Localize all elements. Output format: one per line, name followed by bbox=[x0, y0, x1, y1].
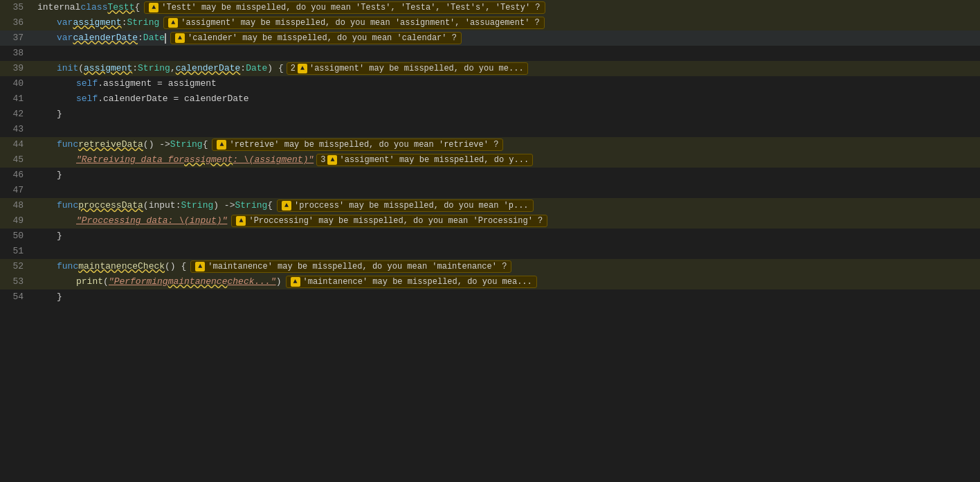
line-content: } bbox=[35, 289, 980, 305]
token-identifier: calenderDate bbox=[73, 30, 138, 46]
token-plain: ( bbox=[103, 274, 109, 289]
code-line: 45"Retreiving data for assigment: \(assi… bbox=[0, 152, 980, 168]
line-content: init(assigment: String, calenderDate: Da… bbox=[35, 61, 980, 76]
token-func: proccessData bbox=[78, 198, 143, 213]
token-plain: ) { bbox=[267, 61, 283, 76]
warning-text: 'assigment' may be misspelled, do y... bbox=[339, 152, 529, 168]
line-number: 53 bbox=[0, 274, 35, 289]
warning-badge: ▲'proccess' may be misspelled, do you me… bbox=[277, 199, 533, 212]
count-warning-badge: 3▲'assigment' may be misspelled, do y... bbox=[316, 154, 533, 166]
warning-text: 'Testt' may be misspelled, do you mean '… bbox=[161, 0, 540, 15]
line-number: 35 bbox=[0, 0, 35, 15]
warning-text: 'retreive' may be misspelled, do you mea… bbox=[229, 137, 498, 152]
warning-icon: ▲ bbox=[298, 64, 307, 73]
line-content: } bbox=[35, 107, 980, 122]
token-string: "Proccessing data: \(input)" bbox=[76, 213, 227, 229]
warning-icon: ▲ bbox=[291, 277, 300, 287]
token-plain: } bbox=[57, 289, 62, 305]
line-number: 46 bbox=[0, 168, 35, 183]
code-line: 51 bbox=[0, 244, 980, 259]
token-plain: { bbox=[203, 137, 208, 152]
token-string: "Performing bbox=[109, 274, 168, 289]
token-type: String bbox=[235, 198, 267, 213]
token-string: "Retreiving data for bbox=[76, 152, 184, 168]
code-line: 47 bbox=[0, 183, 980, 198]
line-number: 38 bbox=[0, 46, 35, 61]
line-number: 42 bbox=[0, 107, 35, 122]
warning-badge: ▲'retreive' may be misspelled, do you me… bbox=[212, 139, 503, 151]
code-line: 39init(assigment: String, calenderDate: … bbox=[0, 61, 980, 76]
warning-icon: ▲ bbox=[168, 18, 178, 28]
token-keyword-blue: func bbox=[57, 198, 78, 213]
line-number: 44 bbox=[0, 137, 35, 152]
token-identifier: calenderDate bbox=[176, 61, 241, 76]
line-content: var calenderDate: Date▲'calender' may be… bbox=[35, 30, 980, 46]
code-line: 41self.calenderDate = calenderDate bbox=[0, 91, 980, 107]
token-plain: ) bbox=[276, 274, 282, 289]
warning-badge: ▲'assigment' may be misspelled, do you m… bbox=[163, 17, 544, 29]
token-identifier: assigment bbox=[73, 15, 121, 30]
token-keyword-blue: var bbox=[57, 30, 73, 46]
warning-icon: ▲ bbox=[282, 201, 291, 211]
line-number: 36 bbox=[0, 15, 35, 30]
code-line: 46} bbox=[0, 168, 980, 183]
line-number: 47 bbox=[0, 183, 35, 198]
code-line: 38 bbox=[0, 46, 980, 61]
code-line: 40self.assigment = assigment bbox=[0, 76, 980, 91]
line-content: func proccessData(input: String) -> Stri… bbox=[35, 198, 980, 213]
warning-badge: ▲'maintanence' may be misspelled, do you… bbox=[286, 276, 537, 288]
warning-icon: ▲ bbox=[175, 33, 185, 43]
code-line: 54} bbox=[0, 289, 980, 305]
token-keyword-blue: var bbox=[57, 15, 73, 30]
line-content: func retreiveData() -> String {▲'retreiv… bbox=[35, 137, 980, 152]
code-line: 37var calenderDate: Date▲'calender' may … bbox=[0, 30, 980, 46]
warning-text: 'assigment' may be misspelled, do you me… bbox=[181, 15, 539, 30]
token-func: maintanenceCheck bbox=[78, 259, 165, 274]
warning-text: 'assigment' may be misspelled, do you me… bbox=[309, 61, 524, 76]
token-type: String bbox=[181, 198, 213, 213]
line-content: self.assigment = assigment bbox=[35, 76, 980, 91]
line-content: var assigment: String▲'assigment' may be… bbox=[35, 15, 980, 30]
warning-badge: ▲'calender' may be misspelled, do you me… bbox=[170, 32, 462, 44]
token-plain: ) -> bbox=[213, 198, 235, 213]
line-number: 40 bbox=[0, 76, 35, 91]
token-type: String bbox=[170, 137, 203, 152]
token-plain: : bbox=[240, 61, 246, 76]
token-string-underline: maintanence bbox=[168, 274, 228, 289]
code-line: 49"Proccessing data: \(input)"▲'Proccess… bbox=[0, 213, 980, 229]
warning-text: 'proccess' may be misspelled, do you mea… bbox=[294, 198, 528, 213]
line-content: func maintanenceCheck() {▲'maintanence' … bbox=[35, 259, 980, 274]
warning-icon: ▲ bbox=[236, 216, 246, 226]
token-identifier: assigment bbox=[84, 61, 132, 76]
line-content: "Retreiving data for assigment: \(assigm… bbox=[35, 152, 980, 168]
token-string-underline: assigment bbox=[184, 152, 233, 168]
warning-text: 'maintanence' may be misspelled, do you … bbox=[208, 259, 507, 274]
warning-icon: ▲ bbox=[195, 262, 205, 271]
token-plain: internal bbox=[37, 0, 80, 15]
line-content: } bbox=[35, 168, 980, 183]
code-line: 52func maintanenceCheck() {▲'maintanence… bbox=[0, 259, 980, 274]
line-number: 48 bbox=[0, 198, 35, 213]
token-plain: (input: bbox=[143, 198, 181, 213]
line-content: print("Performing maintanence check...")… bbox=[35, 274, 980, 289]
warning-count: 2 bbox=[291, 61, 296, 76]
token-func: retreiveData bbox=[78, 137, 143, 152]
token-plain: ( bbox=[78, 61, 84, 76]
code-editor: 35internal class Testt {▲'Testt' may be … bbox=[0, 0, 980, 482]
warning-badge: ▲'Testt' may be misspelled, do you mean … bbox=[144, 1, 545, 14]
line-number: 50 bbox=[0, 229, 35, 244]
count-warning-badge: 2▲'assigment' may be misspelled, do you … bbox=[287, 62, 528, 75]
line-number: 51 bbox=[0, 244, 35, 259]
token-plain: { bbox=[267, 198, 273, 213]
token-string: : \(assigment)" bbox=[233, 152, 314, 168]
token-plain: , bbox=[170, 61, 176, 76]
line-number: 54 bbox=[0, 289, 35, 305]
line-number: 52 bbox=[0, 259, 35, 274]
token-type: String bbox=[138, 61, 170, 76]
warning-text: 'calender' may be misspelled, do you mea… bbox=[188, 30, 457, 46]
code-line: 36var assigment: String▲'assigment' may … bbox=[0, 15, 980, 30]
code-line: 42} bbox=[0, 107, 980, 122]
line-number: 39 bbox=[0, 61, 35, 76]
code-line: 48func proccessData(input: String) -> St… bbox=[0, 198, 980, 213]
token-plain: .calenderDate = calenderDate bbox=[98, 91, 248, 107]
